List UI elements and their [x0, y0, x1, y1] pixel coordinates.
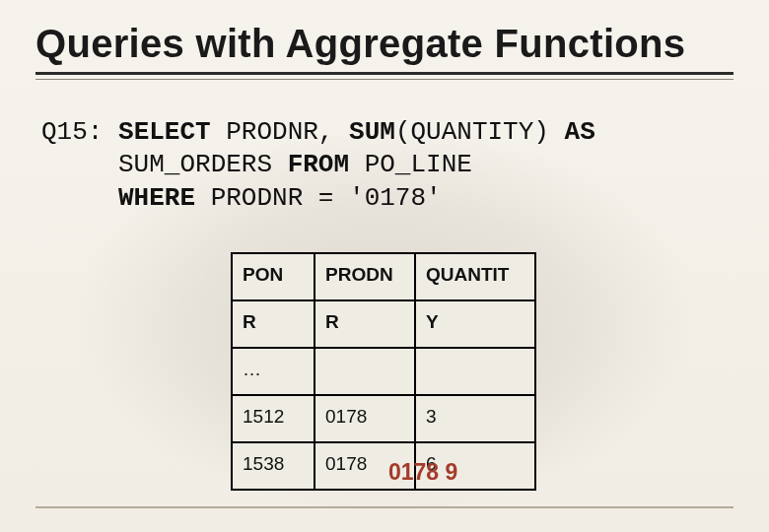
cell-prodnr: 0178 — [315, 442, 415, 490]
sum-arg: (QUANTITY) — [395, 117, 565, 147]
cell-quantity: 3 — [415, 395, 535, 442]
query-label: Q15: — [41, 117, 103, 147]
page-title: Queries with Aggregate Functions — [35, 22, 734, 75]
kw-sum: SUM — [349, 117, 395, 147]
header-row-2: R R Y — [232, 300, 535, 348]
alias-line: SUM_ORDERS — [41, 150, 288, 179]
table-row: 1538 0178 6 — [232, 442, 535, 490]
cell-ponr: 1538 — [232, 442, 315, 490]
kw-where: WHERE — [118, 183, 195, 213]
ellipsis-cell: … — [232, 348, 315, 395]
ellipsis-row: … — [232, 348, 535, 395]
th-ponr-2: R — [232, 300, 315, 348]
footer-rule — [35, 506, 734, 508]
sql-query-block: Q15: SELECT PRODNR, SUM(QUANTITY) AS SUM… — [41, 116, 739, 215]
slide: Queries with Aggregate Functions Q15: SE… — [0, 0, 769, 532]
th-prodnr-1: PRODN — [315, 253, 415, 300]
select-cols: PRODNR, — [211, 117, 349, 147]
kw-as: AS — [565, 117, 595, 147]
kw-from: FROM — [288, 150, 349, 179]
table-row: 1512 0178 3 — [232, 395, 535, 442]
cell-ponr: 1512 — [232, 395, 315, 442]
header-row-1: PON PRODN QUANTIT — [232, 253, 535, 300]
from-table: PO_LINE — [349, 150, 472, 179]
cell-prodnr: 0178 — [315, 395, 415, 442]
empty-cell — [415, 348, 535, 395]
cell-quantity: 6 — [415, 442, 535, 490]
th-ponr-1: PON — [232, 253, 315, 300]
th-quantity-1: QUANTIT — [415, 253, 535, 300]
th-prodnr-2: R — [315, 300, 415, 348]
th-quantity-2: Y — [415, 300, 535, 348]
kw-select: SELECT — [118, 117, 211, 147]
where-pad — [41, 183, 118, 213]
where-pred: PRODNR = '0178' — [195, 183, 442, 213]
sample-table: PON PRODN QUANTIT R R Y … 1512 0178 3 15… — [231, 252, 536, 491]
empty-cell — [315, 348, 415, 395]
